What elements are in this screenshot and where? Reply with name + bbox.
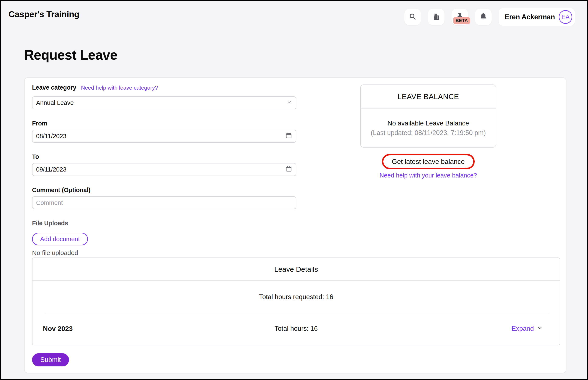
search-icon xyxy=(408,13,417,22)
chevron-down-icon xyxy=(286,99,292,106)
leave-category-select[interactable]: Annual Leave xyxy=(32,96,296,109)
beta-badge: BETA xyxy=(453,17,470,24)
month-total-hours: Total hours: 16 xyxy=(33,325,560,332)
search-button[interactable] xyxy=(404,9,421,25)
comment-label: Comment (Optional) xyxy=(32,187,296,194)
leave-balance-status: No available Leave Balance xyxy=(387,119,469,127)
expand-button[interactable]: Expand xyxy=(512,325,543,332)
to-date-value: 09/11/2023 xyxy=(36,166,285,173)
leave-details-panel: Leave Details Total hours requested: 16 … xyxy=(32,258,560,345)
labs-beta-button[interactable]: BETA xyxy=(452,9,468,25)
request-leave-card: Leave category Need help with leave cate… xyxy=(24,77,566,373)
leave-details-title: Leave Details xyxy=(33,258,560,281)
to-label: To xyxy=(32,153,296,160)
leave-balance-section: LEAVE BALANCE No available Leave Balance… xyxy=(360,84,496,179)
bell-icon xyxy=(479,13,488,22)
page-title: Request Leave xyxy=(24,47,117,63)
divider xyxy=(45,313,549,313)
leave-form: Leave category Need help with leave cate… xyxy=(32,84,296,256)
leave-category-value: Annual Leave xyxy=(36,99,286,106)
leave-category-label: Leave category xyxy=(32,84,76,91)
from-date-input[interactable]: 08/11/2023 xyxy=(32,130,296,143)
to-date-input[interactable]: 09/11/2023 xyxy=(32,163,296,176)
leave-balance-help-link[interactable]: Need help with your leave balance? xyxy=(360,172,496,179)
annotation-highlight-ring: Get latest leave balance xyxy=(382,154,475,169)
building-icon xyxy=(432,13,440,22)
no-file-uploaded-text: No file uploaded xyxy=(32,249,296,256)
app-title: Casper's Training xyxy=(8,9,79,19)
top-bar-actions: BETA Eren Ackerman EA xyxy=(404,8,575,26)
user-menu[interactable]: Eren Ackerman EA xyxy=(499,8,575,26)
total-hours-requested: Total hours requested: 16 xyxy=(33,293,560,301)
user-name: Eren Ackerman xyxy=(505,13,555,21)
chevron-down-icon xyxy=(537,325,543,332)
get-latest-leave-balance-button[interactable]: Get latest leave balance xyxy=(383,155,473,168)
from-label: From xyxy=(32,120,296,127)
submit-button[interactable]: Submit xyxy=(32,353,69,366)
leave-balance-card: LEAVE BALANCE No available Leave Balance… xyxy=(360,84,496,148)
from-date-value: 08/11/2023 xyxy=(36,133,285,140)
calendar-icon[interactable] xyxy=(285,132,292,140)
request-leave-page: Casper's Training xyxy=(0,0,588,380)
leave-balance-title: LEAVE BALANCE xyxy=(361,85,496,109)
notifications-button[interactable] xyxy=(475,9,492,25)
expand-label: Expand xyxy=(512,325,534,332)
calendar-icon[interactable] xyxy=(285,165,292,174)
comment-input[interactable] xyxy=(32,196,296,209)
leave-balance-last-updated: (Last updated: 08/11/2023, 7:19:50 pm) xyxy=(371,129,486,137)
file-uploads-label: File Uploads xyxy=(32,220,296,227)
company-button[interactable] xyxy=(428,9,444,25)
avatar: EA xyxy=(559,10,572,24)
leave-category-help-link[interactable]: Need help with leave category? xyxy=(81,84,158,91)
month-row: Nov 2023 Total hours: 16 Expand xyxy=(33,324,560,333)
add-document-button[interactable]: Add document xyxy=(32,233,88,246)
